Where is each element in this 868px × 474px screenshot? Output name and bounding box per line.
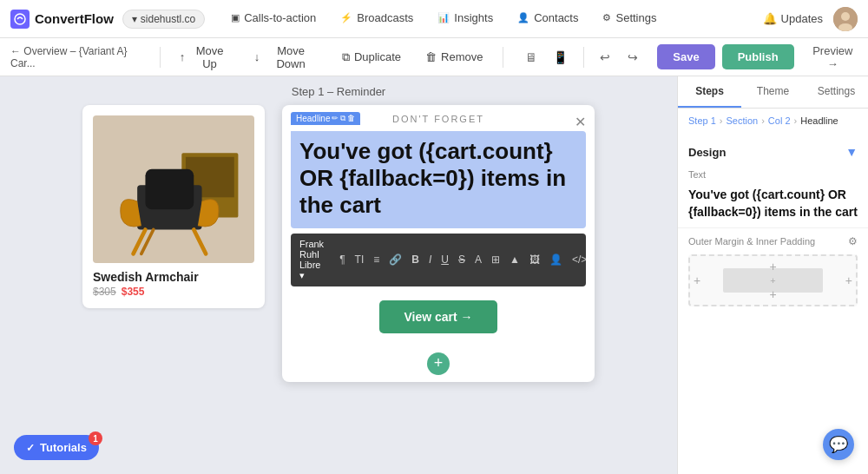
site-selector[interactable]: ▾ sidehustl.co bbox=[122, 10, 205, 29]
mobile-icon[interactable]: 📱 bbox=[548, 47, 573, 68]
nav-label-insights: Insights bbox=[454, 11, 493, 24]
align-icon[interactable]: ≡ bbox=[370, 252, 383, 267]
format-toolbar: Frank Ruhl Libre ▾ ¶ TI ≡ 🔗 B I U S A ⊞ … bbox=[291, 234, 586, 286]
panel-tabs: Steps Theme Settings bbox=[678, 76, 868, 109]
updates-button[interactable]: 🔔 Updates bbox=[763, 12, 823, 25]
breadcrumb: Step 1 › Section › Col 2 › Headline bbox=[678, 109, 868, 133]
product-name: Swedish Armchair bbox=[93, 270, 254, 284]
tab-theme[interactable]: Theme bbox=[741, 76, 805, 108]
bc-step1[interactable]: Step 1 bbox=[688, 115, 716, 126]
contacts-icon: 👤 bbox=[517, 12, 529, 23]
price-old: $305 bbox=[93, 286, 116, 298]
margin-inner-label: + bbox=[770, 275, 775, 286]
tutorials-label: Tutorials bbox=[40, 441, 87, 454]
price-new: $355 bbox=[122, 286, 145, 298]
code-icon[interactable]: </> bbox=[569, 252, 586, 267]
calls-icon: ▣ bbox=[231, 12, 240, 23]
tab-settings[interactable]: Settings bbox=[805, 76, 868, 108]
headline-label-bar: Headline ✏ ⧉ 🗑 bbox=[291, 112, 360, 125]
trash-small-icon[interactable]: 🗑 bbox=[347, 114, 355, 123]
underline-icon[interactable]: U bbox=[437, 252, 452, 267]
updates-label: Updates bbox=[781, 12, 823, 25]
nav-item-contacts[interactable]: 👤 Contacts bbox=[505, 0, 590, 38]
save-button[interactable]: Save bbox=[657, 44, 714, 69]
strikethrough-icon[interactable]: S bbox=[455, 252, 469, 267]
back-button[interactable]: ← Overview – {Variant A} Car... bbox=[10, 45, 142, 69]
bc-headline: Headline bbox=[800, 115, 838, 126]
nav-item-settings[interactable]: ⚙ Settings bbox=[590, 0, 668, 38]
text-label: Text bbox=[688, 164, 858, 183]
design-header: Design ▼ bbox=[688, 140, 858, 164]
highlight-icon[interactable]: ▲ bbox=[506, 252, 523, 267]
bc-sep-1: › bbox=[720, 115, 723, 126]
separator-2 bbox=[503, 47, 503, 68]
bc-col2[interactable]: Col 2 bbox=[768, 115, 791, 126]
tab-steps[interactable]: Steps bbox=[678, 76, 741, 108]
undo-button[interactable]: ↩ bbox=[595, 47, 615, 68]
copy-icon[interactable]: ⧉ bbox=[340, 114, 345, 123]
tutorials-button[interactable]: ✓ Tutorials 1 bbox=[14, 435, 99, 460]
headline-wrapper: Headline ✏ ⧉ 🗑 You've got ({cart.count} … bbox=[291, 131, 586, 228]
nav-item-insights[interactable]: 📊 Insights bbox=[425, 0, 505, 38]
chevron-up-icon[interactable]: ▼ bbox=[845, 145, 858, 159]
margin-plus-right[interactable]: + bbox=[845, 273, 852, 287]
duplicate-button[interactable]: ⧉ Duplicate bbox=[333, 45, 410, 69]
popup-close-button[interactable]: ✕ bbox=[575, 114, 586, 130]
margin-plus-left[interactable]: + bbox=[694, 273, 700, 287]
bc-sep-3: › bbox=[794, 115, 798, 126]
logo-text: ConvertFlow bbox=[35, 11, 114, 26]
margin-plus-top[interactable]: + bbox=[769, 260, 776, 273]
tab-theme-label: Theme bbox=[757, 85, 789, 97]
redo-button[interactable]: ↪ bbox=[622, 47, 643, 68]
paragraph-icon[interactable]: ¶ bbox=[336, 252, 348, 267]
settings-icon[interactable]: ⚙ bbox=[848, 235, 858, 247]
headline-text[interactable]: You've got ({cart.count} OR {fallback=0}… bbox=[291, 131, 586, 228]
chevron-up-icon: ↑ bbox=[180, 50, 186, 63]
chat-button[interactable]: 💬 bbox=[823, 429, 854, 460]
tab-steps-label: Steps bbox=[695, 85, 724, 97]
nav-label-broadcasts: Broadcasts bbox=[357, 11, 413, 24]
text-size-icon[interactable]: TI bbox=[352, 252, 368, 267]
design-section: Design ▼ Text You've got ({cart.count} O… bbox=[678, 133, 868, 227]
product-card: Swedish Armchair $305 $355 bbox=[82, 105, 265, 308]
user-icon[interactable]: 👤 bbox=[546, 252, 566, 267]
product-image bbox=[93, 115, 254, 263]
popup-editor: ✕ DON'T FORGET Headline ✏ ⧉ 🗑 You've got… bbox=[282, 105, 595, 382]
move-up-label: Move Up bbox=[189, 44, 229, 70]
insights-icon: 📊 bbox=[437, 12, 450, 23]
desktop-icon[interactable]: 🖥 bbox=[520, 47, 542, 68]
font-selector[interactable]: Frank Ruhl Libre ▾ bbox=[296, 237, 327, 283]
svg-point-2 bbox=[841, 12, 850, 21]
text-content: You've got ({cart.count} OR {fallback=0}… bbox=[688, 183, 858, 227]
link-icon[interactable]: 🔗 bbox=[385, 252, 405, 267]
color-icon[interactable]: A bbox=[471, 252, 485, 267]
publish-button[interactable]: Publish bbox=[722, 44, 794, 69]
preview-button[interactable]: Preview → bbox=[808, 44, 858, 70]
margin-title: Outer Margin & Inner Padding bbox=[688, 236, 815, 247]
pencil-icon[interactable]: ✏ bbox=[332, 114, 339, 123]
avatar[interactable] bbox=[833, 7, 858, 31]
bc-section[interactable]: Section bbox=[726, 115, 758, 126]
margin-plus-bottom[interactable]: + bbox=[769, 287, 776, 301]
add-section-button[interactable]: + bbox=[427, 352, 450, 375]
duplicate-label: Duplicate bbox=[354, 50, 401, 63]
logo: ConvertFlow bbox=[10, 10, 114, 29]
headline-edit-icons: ✏ ⧉ 🗑 bbox=[332, 114, 355, 123]
canvas-inner: Swedish Armchair $305 $355 ✕ DON'T FORGE… bbox=[0, 105, 677, 382]
nav-item-calls-to-action[interactable]: ▣ Calls-to-action bbox=[219, 0, 328, 38]
top-nav: ConvertFlow ▾ sidehustl.co ▣ Calls-to-ac… bbox=[0, 0, 868, 38]
bold-icon[interactable]: B bbox=[408, 252, 423, 267]
move-up-button[interactable]: ↑ Move Up bbox=[171, 39, 239, 76]
duplicate-icon: ⧉ bbox=[342, 50, 350, 64]
align2-icon[interactable]: ⊞ bbox=[488, 252, 503, 267]
margin-header: Outer Margin & Inner Padding ⚙ bbox=[688, 235, 858, 247]
nav-label-contacts: Contacts bbox=[534, 11, 578, 24]
site-name: sidehustl.co bbox=[141, 13, 195, 25]
italic-icon[interactable]: I bbox=[425, 252, 435, 267]
margin-visual: + + + + + bbox=[688, 254, 858, 306]
nav-item-broadcasts[interactable]: ⚡ Broadcasts bbox=[328, 0, 425, 38]
move-down-button[interactable]: ↓ Move Down bbox=[246, 39, 326, 76]
view-cart-button[interactable]: View cart → bbox=[379, 300, 496, 333]
image-icon[interactable]: 🖼 bbox=[526, 252, 543, 267]
remove-button[interactable]: 🗑 Remove bbox=[417, 45, 491, 69]
